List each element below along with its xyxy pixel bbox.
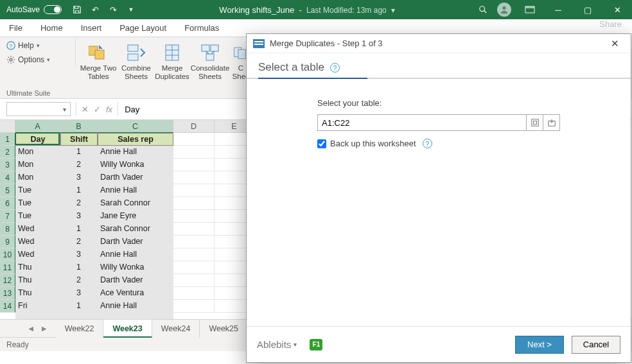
cell[interactable] — [173, 274, 215, 287]
cell[interactable]: Thu — [15, 261, 60, 274]
cell[interactable] — [15, 313, 60, 319]
cell[interactable] — [60, 313, 98, 319]
cell[interactable]: Jane Eyre — [98, 210, 173, 223]
cancel-button[interactable]: Cancel — [572, 336, 620, 354]
cell[interactable]: Annie Hall — [98, 146, 173, 159]
ribbon-display-icon[interactable] — [518, 2, 542, 17]
cell[interactable] — [173, 197, 215, 210]
cell[interactable]: Sales rep — [98, 133, 173, 146]
ribbon-tab-formulas[interactable]: Formulas — [175, 19, 228, 37]
row-header[interactable]: 6 — [0, 197, 15, 210]
cell[interactable]: Willy Wonka — [98, 261, 173, 274]
cell[interactable]: Thu — [15, 287, 60, 300]
undo-icon[interactable]: ↶ — [87, 2, 103, 17]
cell[interactable]: Tue — [15, 184, 60, 197]
row-header[interactable]: 4 — [0, 171, 15, 184]
cell[interactable]: Wed — [15, 223, 60, 236]
cell[interactable]: Wed — [15, 248, 60, 261]
autosave-toggle[interactable] — [44, 5, 62, 14]
row-header[interactable]: 1 — [0, 133, 15, 146]
merge-duplicates-button[interactable]: Merge Duplicates — [154, 41, 190, 87]
close-window-button[interactable]: ✕ — [602, 0, 632, 19]
enter-formula-icon[interactable]: ✓ — [94, 105, 101, 114]
backup-checkbox[interactable] — [317, 139, 326, 148]
row-header[interactable]: 2 — [0, 146, 15, 159]
cell[interactable]: Mon — [15, 171, 60, 184]
next-button[interactable]: Next > — [515, 336, 564, 354]
select-all-corner[interactable] — [0, 120, 15, 133]
cell[interactable]: 1 — [60, 223, 98, 236]
cell[interactable] — [173, 146, 215, 159]
cell[interactable]: Day — [15, 133, 60, 146]
sheet-nav-prev-icon[interactable]: ◄ — [27, 324, 35, 333]
cell[interactable]: Shift — [60, 133, 98, 146]
sheet-tab[interactable]: Week24 — [152, 320, 200, 338]
cell[interactable]: Annie Hall — [98, 300, 173, 313]
cell[interactable]: Tue — [15, 210, 60, 223]
cell[interactable]: Thu — [15, 274, 60, 287]
range-input[interactable] — [317, 114, 527, 131]
cell[interactable]: 2 — [60, 197, 98, 210]
cell[interactable] — [173, 248, 215, 261]
merge-two-tables-button[interactable]: Merge Two Tables — [78, 41, 118, 87]
row-header[interactable]: 3 — [0, 159, 15, 171]
cell[interactable] — [173, 184, 215, 197]
cell[interactable]: Tue — [15, 197, 60, 210]
collapse-dialog-button[interactable] — [543, 114, 560, 131]
row-header[interactable]: 8 — [0, 223, 15, 236]
cell[interactable]: 1 — [60, 184, 98, 197]
dialog-titlebar[interactable]: Merge Duplicates - Step 1 of 3 ✕ — [247, 34, 631, 53]
row-header[interactable]: 12 — [0, 274, 15, 287]
cell[interactable] — [173, 287, 215, 300]
account-avatar[interactable] — [497, 3, 511, 17]
cell[interactable]: Darth Vader — [98, 274, 173, 287]
row-header[interactable]: 5 — [0, 184, 15, 197]
cell[interactable]: Annie Hall — [98, 248, 173, 261]
cell[interactable]: 2 — [60, 236, 98, 248]
dialog-close-button[interactable]: ✕ — [606, 35, 624, 52]
qat-customize-icon[interactable]: ▼ — [123, 2, 139, 17]
cell[interactable] — [173, 236, 215, 248]
cell[interactable] — [173, 171, 215, 184]
ribbon-tab-file[interactable]: File — [0, 19, 31, 37]
cell[interactable]: Mon — [15, 159, 60, 171]
ribbon-tab-page-layout[interactable]: Page Layout — [110, 19, 175, 37]
row-header[interactable]: 10 — [0, 248, 15, 261]
help-icon[interactable]: ? — [330, 63, 340, 73]
column-header[interactable]: A — [15, 120, 60, 133]
cell[interactable]: Fri — [15, 300, 60, 313]
cell[interactable] — [173, 133, 215, 146]
cell[interactable]: 3 — [60, 210, 98, 223]
combine-sheets-button[interactable]: Combine Sheets — [118, 41, 154, 87]
expand-selection-button[interactable] — [527, 114, 543, 131]
cell[interactable]: 1 — [60, 261, 98, 274]
row-header[interactable]: 11 — [0, 261, 15, 274]
name-box[interactable]: ▾ — [6, 102, 71, 116]
column-header[interactable]: B — [60, 120, 98, 133]
cell[interactable]: Darth Vader — [98, 236, 173, 248]
sheet-tab[interactable]: Week23 — [103, 320, 152, 338]
cell[interactable]: Mon — [15, 146, 60, 159]
cell[interactable]: 1 — [60, 146, 98, 159]
sheet-tab[interactable]: Week22 — [56, 320, 104, 338]
row-header[interactable]: 13 — [0, 287, 15, 300]
consolidate-sheets-button[interactable]: Consolidate Sheets — [190, 41, 230, 87]
maximize-button[interactable]: ▢ — [573, 0, 602, 19]
ribbon-options[interactable]: Options ▾ — [6, 55, 69, 64]
cell[interactable]: 1 — [60, 300, 98, 313]
cell[interactable]: 3 — [60, 287, 98, 300]
redo-icon[interactable]: ↷ — [105, 2, 121, 17]
column-header[interactable]: C — [98, 120, 173, 133]
row-header[interactable]: 14 — [0, 300, 15, 313]
cell[interactable]: Sarah Connor — [98, 197, 173, 210]
cell[interactable] — [173, 300, 215, 313]
row-header[interactable]: 9 — [0, 236, 15, 248]
cell[interactable]: 3 — [60, 171, 98, 184]
cell[interactable] — [173, 261, 215, 274]
ribbon-help[interactable]: ? Help ▾ — [6, 41, 69, 50]
row-header[interactable]: 7 — [0, 210, 15, 223]
help-icon[interactable]: ? — [423, 139, 432, 148]
cell[interactable]: Willy Wonka — [98, 159, 173, 171]
formula-input[interactable]: Day — [118, 105, 146, 114]
cell[interactable] — [173, 210, 215, 223]
